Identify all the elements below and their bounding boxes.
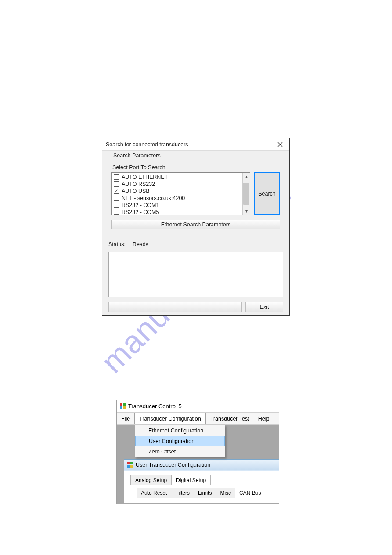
- tab-digital-setup[interactable]: Digital Setup: [171, 475, 211, 485]
- list-item[interactable]: NET - sensors.co.uk:4200: [114, 195, 242, 202]
- menu-item-ethernet-config[interactable]: Ethernet Configuration: [135, 425, 225, 436]
- checkbox-icon[interactable]: [114, 196, 119, 201]
- child-window-title: User Transducer Configuration: [136, 462, 210, 468]
- port-label: AUTO RS232: [122, 181, 155, 187]
- dialog-titlebar: Search for connected transducers: [102, 138, 289, 151]
- checkbox-icon[interactable]: [114, 210, 119, 215]
- menu-item-user-config[interactable]: User Configuration: [135, 436, 225, 446]
- search-button[interactable]: Search: [254, 172, 280, 215]
- close-icon: [277, 142, 283, 147]
- checkbox-icon[interactable]: ✓: [114, 189, 119, 194]
- window-title: Transducer Control 5: [128, 403, 182, 410]
- exit-button[interactable]: Exit: [245, 302, 283, 312]
- search-dialog: Search for connected transducers Search …: [102, 138, 290, 316]
- window-titlebar: Transducer Control 5: [117, 400, 279, 413]
- checkbox-icon[interactable]: [114, 203, 119, 208]
- bottom-button-row: Exit: [108, 302, 283, 312]
- list-item[interactable]: AUTO ETHERNET: [114, 174, 242, 181]
- port-listbox[interactable]: AUTO ETHERNET AUTO RS232 ✓AUTO USB NET -…: [111, 172, 250, 215]
- tab-misc[interactable]: Misc: [216, 488, 235, 498]
- scroll-down-icon[interactable]: ▾: [243, 207, 250, 215]
- app-icon: [127, 462, 133, 468]
- app-icon: [119, 403, 126, 410]
- user-config-child-window: User Transducer Configuration Analog Set…: [124, 459, 279, 503]
- checkbox-icon[interactable]: [114, 174, 119, 180]
- checkbox-icon[interactable]: [114, 181, 119, 187]
- empty-button[interactable]: [108, 302, 242, 312]
- tab-can-bus[interactable]: CAN Bus: [235, 488, 265, 498]
- menu-transducer-configuration[interactable]: Transducer Configuration: [134, 413, 206, 424]
- list-item[interactable]: ✓AUTO USB: [114, 188, 242, 195]
- status-value: Ready: [133, 241, 148, 247]
- tab-auto-reset[interactable]: Auto Reset: [137, 488, 171, 498]
- ethernet-params-button[interactable]: Ethernet Search Parameters: [111, 220, 280, 229]
- menu-help[interactable]: Help: [254, 413, 274, 424]
- search-parameters-group: Search Parameters Select Port To Search …: [108, 156, 284, 233]
- sub-tab-row: Auto Reset Filters Limits Misc CAN Bus: [137, 488, 279, 498]
- group-legend: Search Parameters: [111, 152, 162, 159]
- port-label: AUTO USB: [122, 188, 150, 194]
- transducer-control-window: Transducer Control 5 File Transducer Con…: [116, 400, 279, 504]
- list-item[interactable]: RS232 - COM5: [114, 209, 242, 215]
- port-label: AUTO ETHERNET: [122, 174, 168, 180]
- menu-file[interactable]: File: [117, 413, 134, 424]
- close-button[interactable]: [273, 140, 287, 149]
- port-label: NET - sensors.co.uk:4200: [122, 195, 185, 201]
- dialog-title: Search for connected transducers: [106, 141, 188, 148]
- tab-limits[interactable]: Limits: [194, 488, 216, 498]
- menu-transducer-test[interactable]: Transducer Test: [206, 413, 254, 424]
- tab-analog-setup[interactable]: Analog Setup: [130, 475, 172, 485]
- port-label: RS232 - COM1: [122, 202, 159, 208]
- scrollbar[interactable]: ▴ ▾: [242, 173, 250, 215]
- port-label: RS232 - COM5: [122, 209, 159, 215]
- menubar: File Transducer Configuration Transducer…: [117, 413, 279, 425]
- scroll-up-icon[interactable]: ▴: [243, 173, 250, 180]
- results-textbox[interactable]: [108, 252, 283, 297]
- status-label: Status:: [108, 241, 126, 247]
- child-titlebar: User Transducer Configuration: [124, 460, 279, 470]
- list-item[interactable]: RS232 - COM1: [114, 202, 242, 209]
- config-dropdown: Ethernet Configuration User Configuratio…: [135, 425, 225, 457]
- tab-filters[interactable]: Filters: [171, 488, 194, 498]
- scroll-thumb[interactable]: [243, 183, 249, 205]
- status-row: Status: Ready: [108, 241, 283, 247]
- menu-item-zero-offset[interactable]: Zero Offset: [135, 446, 225, 457]
- select-port-label: Select Port To Search: [112, 164, 280, 170]
- list-item[interactable]: AUTO RS232: [114, 181, 242, 188]
- main-tab-row: Analog Setup Digital Setup: [130, 475, 279, 485]
